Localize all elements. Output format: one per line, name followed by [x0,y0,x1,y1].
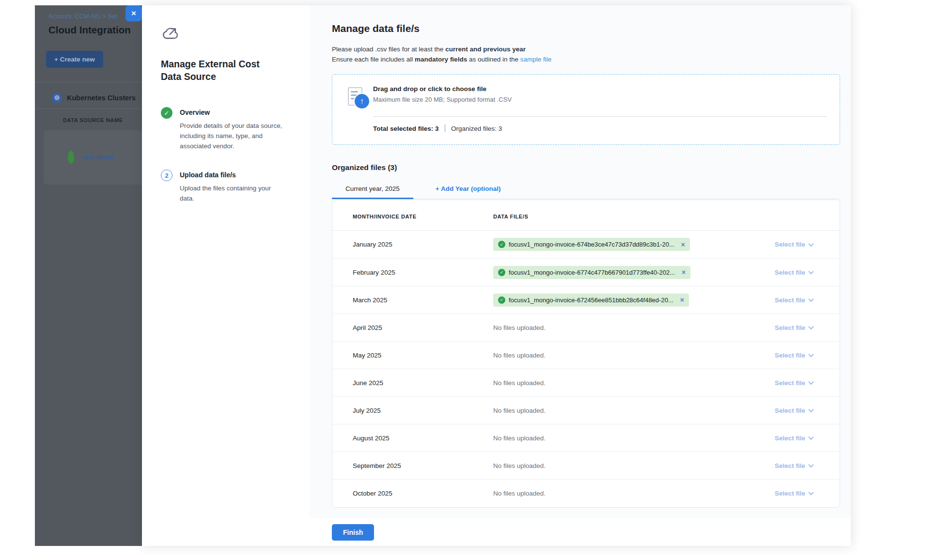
select-file-dropdown[interactable]: Select file [775,407,813,414]
remove-file-icon[interactable]: × [682,269,686,276]
sample-file-link[interactable]: sample file [520,56,552,63]
select-file-label: Select file [775,435,805,442]
select-file-label: Select file [775,379,805,387]
file-cell: No files uploaded. [493,461,755,470]
remove-file-icon[interactable]: × [681,241,685,248]
table-header: MONTH/INVOICE DATE DATA FILE/S [332,200,840,231]
create-new-button[interactable]: + Create new [46,51,103,68]
month-cell: January 2025 [353,241,493,248]
data-source-row[interactable]: test-jbisht [68,151,114,164]
table-row: October 2025 No files uploaded. Select f… [332,479,840,507]
table-body: January 2025 ✓ focusv1_mongo-invoice-674… [332,231,840,507]
select-file-dropdown[interactable]: Select file [775,269,813,276]
cloud-external-icon [161,26,295,42]
total-selected-files: Total selected files: 3 [373,125,439,132]
select-file-label: Select file [775,490,805,497]
intro-text: Please upload .csv files for at least th… [332,44,840,64]
file-cell: No files uploaded. [493,489,755,498]
month-cell: April 2025 [353,324,493,331]
month-cell: August 2025 [353,435,493,442]
chevron-down-icon [808,379,813,385]
select-file-dropdown[interactable]: Select file [775,435,813,442]
organized-files-heading: Organized files (3) [332,163,840,172]
empty-text: No files uploaded. [493,324,546,331]
add-year-button[interactable]: + Add Year (optional) [422,181,515,199]
step-overview[interactable]: ✓ Overview Provide details of your data … [161,107,295,151]
dropzone-subtitle: Maximum file size 20 MB; Supported forma… [373,96,512,103]
upload-arrow-icon: ↑ [354,93,370,109]
dimmed-background-app: Account: CCM-NG > Set Cloud Integration … [35,5,142,546]
table-row: March 2025 ✓ focusv1_mongo-invoice-67245… [332,286,840,313]
chevron-down-icon [808,352,813,357]
file-chip: ✓ focusv1_mongo-invoice-674be3ce47c73d37… [493,238,690,251]
month-cell: March 2025 [353,296,493,304]
select-file-dropdown[interactable]: Select file [775,352,813,359]
kubernetes-icon: ☸ [52,93,62,103]
chevron-down-icon [808,435,813,440]
close-icon: × [131,9,136,17]
select-file-label: Select file [775,324,805,331]
select-file-dropdown[interactable]: Select file [775,241,813,248]
chevron-down-icon [808,324,813,329]
chevron-down-icon [808,296,813,302]
file-name: focusv1_mongo-invoice-6774c477b667901d77… [509,269,675,276]
select-file-dropdown[interactable]: Select file [775,462,813,469]
table-row: June 2025 No files uploaded. Select file [332,369,840,396]
select-file-dropdown[interactable]: Select file [775,379,813,387]
main-panel: Manage data file/s Please upload .csv fi… [310,5,851,546]
chevron-down-icon [808,269,813,274]
chevron-down-icon [808,407,813,412]
select-file-dropdown[interactable]: Select file [775,490,813,497]
file-cell: No files uploaded. [493,323,755,332]
step-upload-data-files[interactable]: 2 Upload data file/s Upload the files co… [161,170,295,203]
empty-text: No files uploaded. [493,379,546,387]
select-file-label: Select file [775,352,805,359]
mongodb-leaf-icon [68,151,74,164]
empty-text: No files uploaded. [493,490,546,497]
chevron-down-icon [808,462,813,467]
divider [445,124,446,132]
tab-kubernetes-clusters[interactable]: ☸ Kubernetes Clusters [52,88,136,108]
column-header-month: MONTH/INVOICE DATE [353,214,493,219]
main-content: Manage data file/s Please upload .csv fi… [310,5,851,518]
breadcrumb[interactable]: Account: CCM-NG > Set [48,13,117,20]
chevron-down-icon [808,241,813,246]
table-row: September 2025 No files uploaded. Select… [332,451,840,479]
step-label: Upload data file/s [180,170,287,179]
file-dropzone[interactable]: ↑ Drag and drop or click to choose file … [332,74,840,145]
drawer-footer: Finish [310,518,851,546]
remove-file-icon[interactable]: × [680,296,684,303]
step-complete-check-icon: ✓ [161,107,172,119]
select-file-dropdown[interactable]: Select file [775,324,813,331]
dropzone-totals: Total selected files: 3 Organized files:… [373,124,502,132]
file-chip: ✓ focusv1_mongo-invoice-672456ee851bbb28… [493,294,689,307]
finish-button[interactable]: Finish [332,524,374,541]
step-label: Overview [180,107,287,116]
close-button[interactable]: × [125,5,142,21]
step-number-badge: 2 [161,170,172,181]
chevron-down-icon [808,490,813,495]
month-cell: September 2025 [353,462,493,469]
wizard-steps-panel: Manage External Cost Data Source ✓ Overv… [142,5,310,546]
table-row: August 2025 No files uploaded. Select fi… [332,424,840,451]
file-cell: No files uploaded. [493,378,755,387]
file-cell: No files uploaded. [493,406,755,415]
data-source-card[interactable]: test-jbisht [44,130,142,185]
month-cell: June 2025 [353,379,493,387]
main-heading: Manage data file/s [332,23,840,34]
select-file-label: Select file [775,462,805,469]
step-description: Upload the files containing your data. [180,183,287,203]
data-source-link[interactable]: test-jbisht [83,154,114,161]
file-cell: ✓ focusv1_mongo-invoice-6774c477b667901d… [493,266,755,279]
empty-text: No files uploaded. [493,462,546,469]
select-file-label: Select file [775,241,805,248]
month-cell: May 2025 [353,352,493,359]
table-row: May 2025 No files uploaded. Select file [332,341,840,369]
page-title: Cloud Integration [48,24,131,36]
tab-current-year[interactable]: Current year, 2025 [332,181,413,199]
select-file-dropdown[interactable]: Select file [775,296,813,304]
intro-line-2: Ensure each file includes all mandatory … [332,54,840,64]
file-chip: ✓ focusv1_mongo-invoice-6774c477b667901d… [493,266,690,279]
column-header-data-files: DATA FILE/S [493,214,755,219]
column-header-data-source-name: DATA SOURCE NAME [63,117,123,123]
